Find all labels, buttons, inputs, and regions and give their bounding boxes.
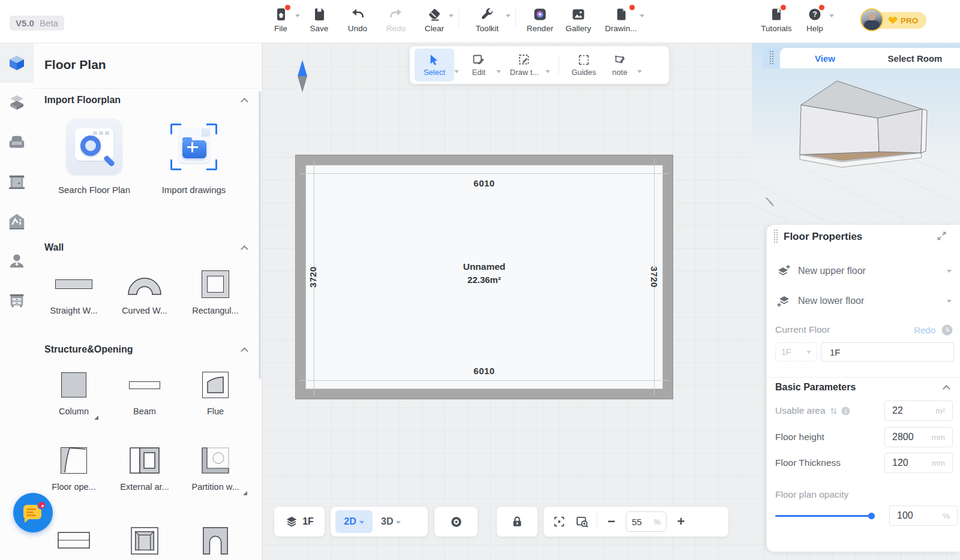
divider bbox=[34, 88, 258, 89]
zoom-area-button[interactable] bbox=[574, 511, 590, 532]
section-header-structure-opening[interactable]: Structure&Opening bbox=[44, 344, 248, 355]
rail-item-ai-design[interactable] bbox=[0, 201, 34, 241]
caret-down-icon[interactable] bbox=[947, 300, 952, 303]
chevron-up-icon[interactable] bbox=[241, 98, 248, 106]
more-variants-icon[interactable] bbox=[243, 491, 247, 495]
clear-caret-icon[interactable] bbox=[449, 14, 454, 17]
window-item[interactable] bbox=[109, 523, 180, 559]
info-icon[interactable]: i bbox=[841, 407, 850, 416]
visibility-toggle-button[interactable] bbox=[434, 507, 478, 537]
tab-view[interactable]: View bbox=[780, 48, 870, 68]
opacity-slider[interactable] bbox=[775, 512, 875, 519]
edit-caret-icon[interactable] bbox=[496, 70, 501, 73]
chevron-up-icon[interactable] bbox=[241, 245, 248, 253]
help-button[interactable]: ? Help bbox=[796, 5, 834, 33]
preview-drag-handle[interactable] bbox=[763, 48, 781, 68]
expand-panel-icon[interactable] bbox=[937, 231, 947, 243]
note-tool-label: note bbox=[612, 68, 627, 77]
draw-tool-button[interactable]: Draw t... bbox=[503, 49, 545, 82]
floor-select-dropdown[interactable]: 1F bbox=[775, 342, 817, 362]
select-tool-button[interactable]: Select bbox=[415, 49, 454, 82]
slider-knob[interactable] bbox=[868, 513, 875, 519]
structure-items-row-1: Column Beam Flue bbox=[38, 367, 257, 416]
rail-item-doors[interactable] bbox=[0, 162, 34, 201]
floor-thickness-input[interactable] bbox=[892, 457, 920, 468]
external-area-item[interactable]: External ar... bbox=[109, 442, 180, 492]
tab-select-room[interactable]: Select Room bbox=[870, 48, 960, 68]
fit-view-button[interactable] bbox=[551, 511, 568, 532]
gallery-button[interactable]: Gallery bbox=[559, 5, 598, 33]
opacity-input[interactable] bbox=[897, 510, 925, 521]
floorplan-room[interactable]: 6010 6010 3720 3720 Unnamed 22.36m² bbox=[295, 155, 673, 399]
new-lower-floor-button[interactable]: New lower floor bbox=[776, 292, 952, 310]
section-header-wall[interactable]: Wall bbox=[44, 242, 248, 253]
toolkit-caret-icon[interactable] bbox=[506, 14, 511, 17]
rail-item-cabinet[interactable] bbox=[0, 281, 34, 320]
tutorials-button[interactable]: Tutorials bbox=[757, 5, 796, 33]
floorplan-cube-icon bbox=[7, 53, 26, 73]
search-floor-plan-card[interactable]: Search Floor Plan bbox=[44, 119, 144, 195]
draw-caret-icon[interactable] bbox=[545, 70, 550, 73]
rail-item-floorplan[interactable] bbox=[0, 43, 34, 83]
select-caret-icon[interactable] bbox=[454, 70, 459, 73]
drawing-caret-icon[interactable] bbox=[640, 14, 644, 17]
section-header-import-floorplan[interactable]: Import Floorplan bbox=[44, 95, 248, 106]
sidebar-scrollbar[interactable] bbox=[259, 91, 261, 379]
help-caret-icon[interactable] bbox=[829, 14, 834, 17]
floor-opening-item[interactable]: Floor ope... bbox=[38, 442, 109, 492]
redo-link[interactable]: Redo bbox=[914, 325, 935, 335]
new-lower-floor-label: New lower floor bbox=[798, 296, 864, 306]
drawing-button[interactable]: Drawin... bbox=[598, 5, 644, 33]
save-button[interactable]: Save bbox=[300, 5, 338, 33]
curved-wall-item[interactable]: Curved W... bbox=[109, 266, 180, 315]
rail-item-account[interactable] bbox=[0, 241, 34, 281]
mode-3d-button[interactable]: 3D bbox=[381, 516, 401, 527]
swap-arrows-icon[interactable] bbox=[830, 407, 838, 416]
guides-tool-button[interactable]: Guides bbox=[565, 49, 602, 82]
partition-wall-item[interactable]: Partition w... bbox=[180, 442, 251, 492]
note-caret-icon[interactable] bbox=[637, 70, 642, 73]
zoom-out-button[interactable]: − bbox=[603, 511, 620, 532]
opening-item[interactable] bbox=[38, 523, 109, 559]
render-button[interactable]: Render bbox=[521, 5, 559, 33]
zoom-level-input[interactable] bbox=[632, 517, 650, 527]
caret-down-icon[interactable] bbox=[947, 270, 952, 273]
lock-toggle-button[interactable] bbox=[497, 507, 538, 537]
redo-button[interactable]: Redo bbox=[377, 5, 415, 33]
zoom-in-button[interactable]: + bbox=[673, 511, 689, 532]
drag-dots-icon[interactable] bbox=[774, 230, 779, 244]
support-chat-button[interactable] bbox=[13, 493, 53, 532]
room-3d-preview-panel[interactable]: View Select Room bbox=[752, 43, 960, 221]
floor-name-input[interactable] bbox=[821, 347, 953, 357]
beam-item[interactable]: Beam bbox=[109, 367, 180, 416]
preview-resize-handle[interactable] bbox=[765, 198, 775, 207]
top-toolbar: V5.0 Beta File Save Undo Redo Clear bbox=[0, 0, 960, 43]
rail-item-floors[interactable] bbox=[0, 83, 34, 122]
new-upper-floor-button[interactable]: New upper floor bbox=[776, 262, 952, 280]
rail-item-furniture[interactable] bbox=[0, 122, 34, 162]
file-caret-icon[interactable] bbox=[295, 14, 300, 17]
arch-doorway-item[interactable] bbox=[180, 523, 251, 559]
drawing-document-icon bbox=[613, 7, 629, 22]
mode-2d-button[interactable]: 2D bbox=[335, 510, 373, 533]
floor-switcher-button[interactable]: 1F bbox=[274, 507, 325, 537]
floor-height-input[interactable] bbox=[892, 432, 920, 442]
clear-button[interactable]: Clear bbox=[415, 5, 454, 33]
usable-area-input[interactable] bbox=[892, 405, 920, 416]
undo-button[interactable]: Undo bbox=[338, 5, 377, 33]
history-clock-icon[interactable] bbox=[941, 324, 953, 336]
chevron-up-icon[interactable] bbox=[943, 385, 950, 393]
file-button[interactable]: File bbox=[262, 5, 300, 33]
import-drawings-card[interactable]: Import drawings bbox=[144, 119, 244, 195]
note-tool-button[interactable]: note bbox=[602, 49, 637, 82]
basic-parameters-header[interactable]: Basic Parameters bbox=[775, 381, 950, 394]
rectangular-wall-item[interactable]: Rectangul... bbox=[180, 266, 251, 315]
edit-tool-button[interactable]: Edit bbox=[461, 49, 496, 82]
user-avatar[interactable] bbox=[860, 8, 883, 31]
column-item[interactable]: Column bbox=[38, 367, 109, 416]
toolkit-button[interactable]: Toolkit bbox=[464, 5, 511, 33]
flue-item[interactable]: Flue bbox=[180, 367, 251, 416]
straight-wall-item[interactable]: Straight W... bbox=[38, 266, 109, 315]
more-variants-icon[interactable] bbox=[94, 416, 98, 420]
chevron-up-icon[interactable] bbox=[241, 347, 248, 355]
